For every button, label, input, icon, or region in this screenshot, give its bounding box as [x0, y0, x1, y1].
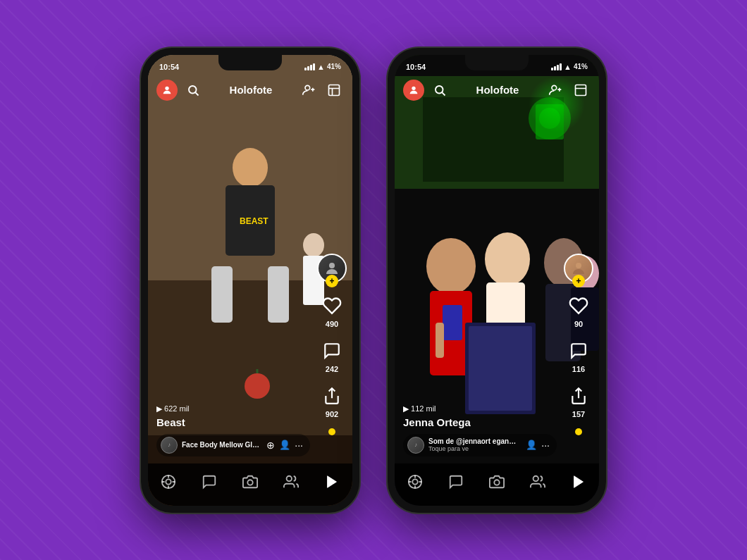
svg-rect-5: [268, 266, 289, 323]
nav-tab-friends-left[interactable]: [283, 474, 299, 490]
svg-point-21: [166, 479, 171, 484]
battery-right: 41%: [574, 63, 588, 70]
bottom-nav-right: [395, 463, 599, 506]
nav-tab-camera-right[interactable]: [489, 474, 505, 490]
nav-tab-home-right[interactable]: [407, 474, 423, 490]
inbox-icon-right[interactable]: [571, 80, 591, 100]
svg-point-6: [245, 373, 270, 399]
share-count-right: 157: [572, 410, 585, 418]
bottom-info-left: ▶ 622 mil Beast ♪ Face Body Mellow Glow …: [156, 404, 310, 456]
svg-point-36: [426, 238, 476, 294]
music-more-icon-left[interactable]: ···: [295, 440, 303, 451]
wifi-icon-right: ▲: [564, 63, 572, 71]
top-nav-right: Holofote: [395, 75, 599, 106]
bottom-info-right: ▶ 112 mil Jenna Ortega ♪ Som de @jennaor…: [403, 404, 557, 456]
comment-button-left[interactable]: 242: [319, 338, 345, 373]
right-sidebar-left: + 490 242: [317, 254, 347, 435]
share-button-right[interactable]: 157: [566, 383, 591, 418]
svg-rect-44: [443, 305, 462, 340]
nav-tab-friends-right[interactable]: [530, 474, 545, 490]
svg-point-27: [247, 480, 252, 485]
creator-avatar-left[interactable]: +: [317, 254, 347, 283]
music-info-right: Som de @jennaort eganewz Toque para ve: [428, 437, 519, 452]
nav-tab-camera-left[interactable]: [242, 474, 258, 490]
search-icon-left[interactable]: [183, 80, 203, 100]
follow-plus-right[interactable]: +: [572, 275, 585, 287]
like-button-left[interactable]: 490: [319, 293, 345, 328]
phone-left: BEAST 10:54 ▲ 41%: [141, 48, 359, 513]
music-bar-left[interactable]: ♪ Face Body Mellow Glow ⊕ 👤 ···: [156, 434, 310, 456]
time-right: 10:54: [406, 63, 426, 71]
like-count-right: 90: [574, 320, 583, 328]
nav-tab-play-left[interactable]: [324, 474, 340, 490]
svg-rect-43: [469, 326, 532, 411]
music-add-icon-left[interactable]: ⊕: [266, 440, 275, 451]
share-button-left[interactable]: 902: [319, 383, 345, 418]
notch-right: [465, 55, 529, 70]
share-count-left: 902: [326, 410, 338, 418]
music-title-left: Face Body Mellow Glow: [182, 441, 259, 449]
svg-marker-65: [574, 475, 584, 487]
music-subtitle-right: Toque para ve: [428, 445, 519, 452]
view-count-left: ▶ 622 mil: [156, 404, 310, 413]
svg-marker-29: [328, 475, 337, 487]
svg-point-64: [533, 475, 538, 480]
nav-tab-messages-left[interactable]: [202, 474, 217, 490]
music-disc-left: ♪: [161, 437, 178, 454]
comment-button-right[interactable]: 116: [566, 338, 591, 373]
svg-point-51: [552, 85, 557, 90]
audio-dot-left: [328, 428, 335, 435]
music-disc-right: ♪: [407, 437, 424, 454]
creator-name-right: Jenna Ortega: [403, 416, 557, 428]
svg-point-48: [412, 86, 415, 89]
music-bar-right[interactable]: ♪ Som de @jennaort eganewz Toque para ve…: [403, 434, 557, 456]
audio-dot-right: [575, 428, 582, 435]
music-more-icon-right[interactable]: ···: [541, 440, 550, 451]
music-add-icon-right[interactable]: 👤: [526, 440, 537, 450]
add-friend-icon-left[interactable]: [299, 80, 319, 100]
svg-point-13: [189, 86, 197, 94]
inbox-icon-left[interactable]: [324, 80, 344, 100]
nav-tab-home-left[interactable]: [161, 474, 176, 490]
nav-tab-play-right[interactable]: [571, 474, 586, 490]
svg-point-57: [412, 479, 417, 484]
comment-count-right: 116: [572, 365, 585, 373]
nav-title-left: Holofote: [230, 84, 273, 96]
follow-plus-left[interactable]: +: [326, 275, 338, 287]
time-left: 10:54: [159, 63, 179, 71]
creator-avatar-right[interactable]: +: [564, 254, 593, 283]
music-info-left: Face Body Mellow Glow: [182, 441, 259, 449]
svg-line-50: [442, 92, 445, 95]
svg-rect-45: [436, 323, 444, 358]
svg-point-2: [233, 148, 268, 187]
svg-point-38: [485, 232, 530, 286]
svg-point-63: [494, 480, 499, 485]
search-icon-right[interactable]: [430, 80, 450, 100]
svg-point-12: [165, 86, 168, 89]
svg-rect-4: [211, 266, 233, 323]
svg-point-19: [329, 263, 335, 268]
right-sidebar-right: + 90 116: [564, 254, 593, 435]
like-button-right[interactable]: 90: [566, 293, 591, 328]
bottom-nav-left: [148, 463, 352, 506]
top-nav-left: Holofote: [148, 75, 352, 106]
svg-rect-18: [328, 85, 339, 95]
battery-left: 41%: [327, 63, 341, 70]
add-friend-icon-right[interactable]: [545, 80, 565, 100]
wifi-icon-left: ▲: [317, 63, 325, 71]
profile-avatar-right[interactable]: [403, 80, 424, 101]
like-count-left: 490: [326, 320, 338, 328]
nav-title-right: Holofote: [476, 84, 519, 96]
profile-avatar-left[interactable]: [156, 80, 178, 101]
svg-line-14: [195, 92, 198, 95]
svg-rect-54: [575, 85, 586, 95]
notch-left: [218, 55, 282, 70]
music-actions-left: ⊕ 👤 ···: [266, 440, 303, 451]
svg-point-49: [436, 86, 443, 94]
nav-tab-messages-right[interactable]: [448, 474, 464, 490]
creator-name-left: Beast: [156, 416, 310, 428]
svg-point-15: [305, 85, 310, 90]
music-avatar-icon-left: 👤: [279, 440, 290, 450]
music-title-right: Som de @jennaort eganewz: [428, 437, 519, 445]
view-count-right: ▶ 112 mil: [403, 404, 557, 413]
